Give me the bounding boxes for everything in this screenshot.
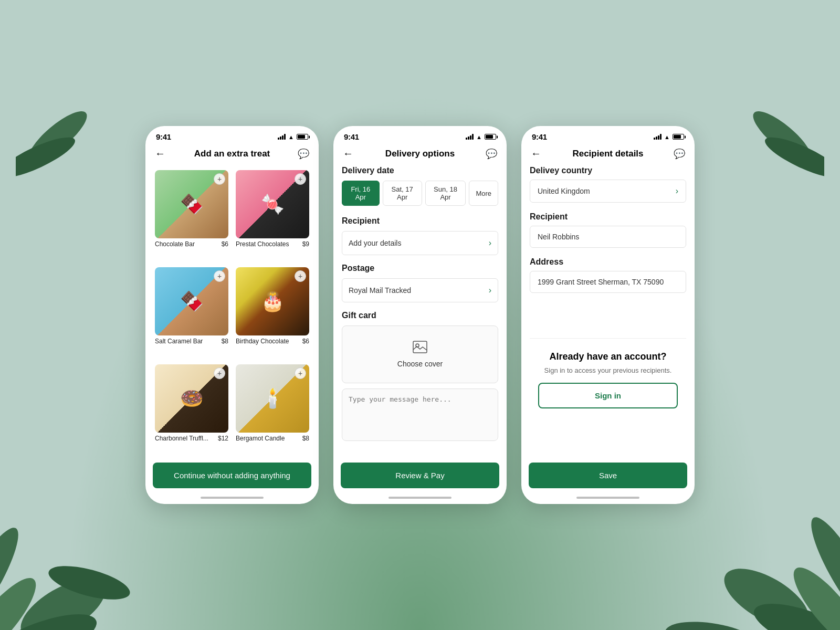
address-label: Address	[530, 257, 686, 267]
image-frame-icon	[413, 341, 427, 356]
wifi-icon-1: ▲	[288, 134, 294, 140]
time-3: 9:41	[532, 132, 547, 141]
product-price-5: $8	[302, 435, 309, 442]
address-field[interactable]: 1999 Grant Street Sherman, TX 75090	[530, 271, 686, 293]
battery-icon-2	[485, 134, 496, 140]
gift-card-section: Gift card Choose cover	[342, 311, 498, 443]
product-info-5: Bergamot Candle $8	[235, 433, 310, 442]
product-image-0: + 🍫	[155, 170, 228, 238]
svg-point-3	[64, 626, 167, 630]
sign-in-button[interactable]: Sign in	[538, 383, 678, 408]
battery-icon-3	[673, 134, 684, 140]
product-card-0: + 🍫 Chocolate Bar $6	[152, 166, 232, 262]
account-section: Already have an account? Sign in to acce…	[530, 338, 686, 421]
continue-without-button[interactable]: Continue without adding anything	[153, 463, 311, 488]
home-indicator-3	[576, 497, 639, 499]
product-price-3: $6	[302, 338, 309, 345]
gift-card-chooser[interactable]: Choose cover	[342, 326, 498, 383]
nav-header-1: ← Add an extra treat 💬	[145, 143, 319, 166]
svg-point-14	[761, 130, 824, 185]
product-image-4: + 🍩	[155, 364, 228, 433]
svg-point-8	[784, 559, 840, 630]
svg-rect-15	[413, 341, 427, 353]
nav-header-3: ← Recipient details 💬	[521, 143, 695, 166]
message-textarea[interactable]	[342, 388, 498, 441]
review-pay-button[interactable]: Review & Pay	[341, 463, 499, 488]
date-tab-more[interactable]: More	[469, 181, 498, 206]
product-info-1: Prestat Chocolates $9	[235, 238, 310, 248]
chat-icon-2[interactable]: 💬	[482, 148, 497, 160]
add-details-row[interactable]: Add your details ›	[342, 231, 498, 255]
chat-icon-1[interactable]: 💬	[295, 148, 309, 160]
add-product-1[interactable]: +	[295, 173, 306, 185]
add-product-4[interactable]: +	[214, 368, 225, 379]
recipient-label-3: Recipient	[530, 212, 686, 222]
product-info-4: Charbonnel Truffl... $12	[154, 433, 229, 442]
postage-chevron: ›	[489, 286, 491, 295]
product-name-2: Salt Caramel Bar	[155, 338, 203, 345]
status-icons-2: ▲	[466, 134, 496, 140]
home-indicator-2	[388, 497, 452, 499]
status-icons-1: ▲	[278, 134, 308, 140]
recipient-label-2: Recipient	[342, 216, 498, 226]
battery-icon-1	[297, 134, 308, 140]
status-icons-3: ▲	[654, 134, 684, 140]
svg-point-2	[0, 569, 46, 630]
page-title-3: Recipient details	[545, 149, 670, 159]
date-tab-1[interactable]: Sat, 17 Apr	[383, 181, 422, 206]
svg-point-9	[662, 615, 766, 630]
svg-point-5	[45, 559, 133, 606]
product-grid: + 🍫 Chocolate Bar $6 + 🍬 Prestat Chocola…	[145, 166, 319, 456]
date-tab-2[interactable]: Sun, 18 Apr	[425, 181, 466, 206]
product-card-4: + 🍩 Charbonnel Truffl... $12	[152, 360, 232, 456]
country-field[interactable]: United Kingdom ›	[530, 180, 686, 203]
country-chevron: ›	[676, 186, 678, 196]
gift-card-label: Gift card	[342, 311, 498, 320]
product-price-0: $6	[222, 240, 228, 248]
add-product-2[interactable]: +	[214, 270, 225, 282]
product-price-1: $9	[302, 240, 309, 248]
back-button-2[interactable]: ←	[343, 148, 358, 160]
back-button-3[interactable]: ←	[531, 148, 545, 160]
add-product-3[interactable]: +	[295, 270, 306, 282]
product-image-2: + 🍫	[155, 267, 228, 335]
date-tabs: Fri, 16 Apr Sat, 17 Apr Sun, 18 Apr More	[342, 181, 498, 206]
svg-point-6	[715, 556, 818, 630]
product-card-2: + 🍫 Salt Caramel Bar $8	[152, 263, 232, 359]
phone-recipient: 9:41 ▲ ← Recipient details 💬	[521, 126, 695, 504]
back-button-1[interactable]: ←	[155, 148, 170, 160]
time-1: 9:41	[156, 132, 171, 141]
add-product-5[interactable]: +	[295, 368, 306, 379]
account-sub: Sign in to access your previous recipien…	[538, 366, 678, 374]
add-details-text: Add your details	[349, 239, 401, 247]
svg-point-1	[0, 603, 102, 630]
svg-point-13	[747, 104, 818, 169]
phones-container: 9:41 ▲ ← Add an extra treat 💬	[145, 126, 695, 504]
product-price-4: $12	[218, 435, 228, 442]
svg-point-12	[16, 130, 79, 185]
page-title-1: Add an extra treat	[170, 149, 295, 159]
chat-icon-3[interactable]: 💬	[670, 148, 685, 160]
svg-point-4	[0, 521, 28, 630]
product-name-3: Birthday Chocolate	[236, 338, 289, 345]
postage-row[interactable]: Royal Mail Tracked ›	[342, 278, 498, 302]
delivery-date-label: Delivery date	[342, 166, 498, 175]
delivery-country-label: Delivey country	[530, 166, 686, 175]
product-name-5: Bergamot Candle	[236, 435, 285, 442]
save-button[interactable]: Save	[529, 463, 687, 488]
add-product-0[interactable]: +	[214, 173, 225, 185]
product-image-1: + 🍬	[236, 170, 309, 238]
date-tab-0[interactable]: Fri, 16 Apr	[342, 181, 380, 206]
svg-point-11	[22, 104, 93, 169]
status-bar-1: 9:41 ▲	[145, 126, 319, 143]
svg-point-0	[12, 567, 114, 630]
time-2: 9:41	[344, 132, 359, 141]
product-image-5: + 🕯️	[236, 364, 309, 433]
product-card-1: + 🍬 Prestat Chocolates $9	[233, 166, 312, 262]
recipient-field[interactable]: Neil Robbins	[530, 226, 686, 248]
product-info-0: Chocolate Bar $6	[154, 238, 229, 248]
product-name-4: Charbonnel Truffl...	[155, 435, 208, 442]
signal-icon-3	[654, 134, 662, 140]
signal-icon-1	[278, 134, 286, 140]
product-name-0: Chocolate Bar	[155, 240, 195, 248]
